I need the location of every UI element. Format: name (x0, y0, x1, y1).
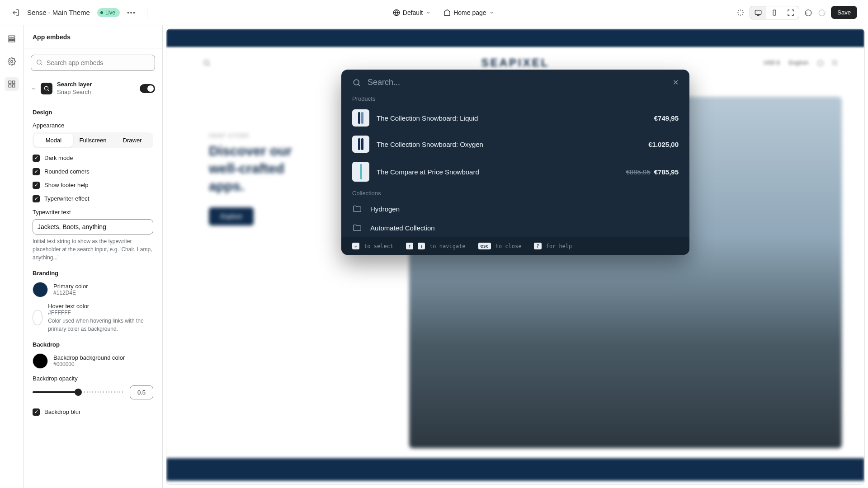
appearance-modal[interactable]: Modal (34, 134, 73, 147)
backdrop-color-swatch[interactable] (33, 353, 48, 369)
appearance-drawer[interactable]: Drawer (113, 134, 152, 147)
checkbox-rounded[interactable]: ✓Rounded corners (33, 168, 153, 175)
product-price: €785,95 (654, 168, 679, 176)
search-input[interactable] (368, 78, 666, 87)
preview-search-icon (203, 59, 211, 67)
backdrop-heading: Backdrop (33, 341, 153, 348)
hover-color-help: Color used when hovering links with the … (48, 317, 153, 333)
backdrop-color-row[interactable]: Backdrop background color #000000 (33, 353, 153, 369)
device-switcher (750, 6, 799, 19)
product-thumb-icon (352, 109, 369, 127)
collection-row[interactable]: Automated Collection (341, 218, 689, 237)
exit-icon[interactable] (11, 8, 20, 17)
primary-color-swatch[interactable] (33, 282, 48, 297)
svg-rect-3 (9, 36, 15, 37)
preview-hero-card: SNAP STORE Discover ourwell-craftedapps.… (193, 115, 356, 241)
preview-header-right: USD $English◯☐ (764, 60, 837, 66)
primary-color-row[interactable]: Primary color #112D4E (33, 282, 153, 297)
save-button[interactable]: Save (831, 6, 857, 19)
primary-color-hex: #112D4E (53, 290, 88, 296)
typewriter-text-label: Typewriter text (33, 209, 153, 216)
key-enter-icon: ↵ (352, 243, 359, 249)
hover-color-row[interactable]: Hover text color #FFFFFF Color used when… (33, 303, 153, 333)
sidebar-title: App embeds (24, 25, 162, 48)
appearance-fullscreen[interactable]: Fullscreen (73, 134, 113, 147)
rail-embeds-icon[interactable] (5, 77, 19, 91)
theme-name: Sense - Main Theme (27, 9, 90, 16)
backdrop-opacity-slider[interactable] (33, 391, 123, 393)
more-icon[interactable]: ••• (127, 8, 136, 17)
rail-sections-icon[interactable] (5, 32, 19, 46)
preview-cta: Explore (209, 207, 254, 225)
hover-color-swatch[interactable] (33, 310, 42, 325)
svg-point-13 (204, 60, 209, 65)
collection-name: Automated Collection (370, 224, 679, 232)
svg-point-6 (10, 61, 13, 63)
chevron-down-icon (425, 10, 431, 15)
checkbox-dark-mode[interactable]: ✓Dark mode (33, 155, 153, 162)
preview-headline: Discover ourwell-craftedapps. (209, 142, 341, 195)
product-name: The Collection Snowboard: Liquid (377, 114, 647, 122)
hint-close: to close (495, 243, 522, 249)
device-desktop[interactable] (750, 6, 766, 19)
svg-rect-10 (9, 85, 11, 87)
view-label: Default (403, 9, 423, 16)
product-old-price: €885,95 (626, 168, 651, 176)
primary-color-label: Primary color (53, 283, 88, 290)
key-help-icon: ? (534, 243, 541, 249)
sidebar: App embeds Search layer Snap Search Desi… (24, 25, 163, 488)
separator (147, 7, 147, 18)
key-down-icon: ↓ (418, 243, 425, 249)
collection-row[interactable]: Hydrogen (341, 199, 689, 218)
svg-point-12 (44, 86, 48, 90)
folder-icon (352, 204, 363, 214)
svg-rect-1 (755, 10, 761, 14)
checkbox-backdrop-blur[interactable]: ✓Backdrop blur (33, 408, 153, 416)
svg-rect-9 (12, 85, 14, 87)
search-footer-hints: ↵ to select ↑ ↓ to navigate esc to close… (341, 237, 689, 255)
layer-toggle[interactable] (140, 84, 155, 93)
device-mobile[interactable] (766, 6, 783, 19)
checkbox-typewriter[interactable]: ✓Typerwriter effect (33, 195, 153, 202)
checkbox-footer-help[interactable]: ✓Show footer help (33, 182, 153, 189)
key-esc-icon: esc (478, 243, 491, 249)
device-fullscreen[interactable] (783, 6, 799, 19)
close-icon[interactable]: ✕ (673, 78, 679, 87)
branding-heading: Branding (33, 270, 153, 277)
embed-layer-row[interactable]: Search layer Snap Search (24, 77, 162, 101)
backdrop-opacity-value[interactable]: 0.5 (130, 385, 153, 399)
hover-color-label: Hover text color (48, 303, 153, 310)
left-rail (0, 25, 24, 488)
product-row[interactable]: The Compare at Price Snowboard €885,95€7… (341, 157, 689, 186)
preview-pane: SEAPIXEL USD $English◯☐ SNAP STORE Disco… (163, 25, 868, 488)
sparkle-icon[interactable] (736, 8, 745, 17)
backdrop-color-hex: #000000 (53, 361, 125, 367)
product-row[interactable]: The Collection Snowboard: Liquid €749,95 (341, 105, 689, 131)
sidebar-search-input[interactable] (31, 55, 155, 71)
undo-icon[interactable] (804, 8, 813, 17)
backdrop-opacity-label: Backdrop opacity (33, 375, 153, 382)
product-price: €1.025,00 (648, 141, 679, 148)
redo-icon[interactable] (817, 8, 826, 17)
appearance-label: Appearance (33, 122, 153, 129)
rail-settings-icon[interactable] (5, 54, 19, 69)
rounded-label: Rounded corners (44, 168, 90, 175)
view-selector[interactable]: Default (393, 9, 431, 16)
product-row[interactable]: The Collection Snowboard: Oxygen €1.025,… (341, 131, 689, 157)
search-icon (352, 78, 361, 87)
svg-point-14 (354, 80, 359, 85)
svg-rect-8 (12, 81, 14, 83)
collection-name: Hydrogen (370, 205, 679, 213)
status-badge: Live (97, 8, 120, 17)
topbar: Sense - Main Theme Live ••• Default Home… (0, 0, 868, 25)
dark-mode-label: Dark mode (44, 155, 73, 161)
folder-icon (352, 223, 363, 233)
typewriter-text-input[interactable] (33, 219, 153, 235)
layer-app: Snap Search (57, 89, 135, 96)
design-heading: Design (33, 109, 153, 116)
page-selector[interactable]: Home page (443, 9, 494, 16)
backdrop-color-label: Backdrop background color (53, 354, 125, 361)
typewriter-label: Typerwriter effect (44, 195, 89, 202)
chevron-down-icon[interactable] (31, 86, 36, 91)
product-thumb-icon (352, 136, 369, 153)
